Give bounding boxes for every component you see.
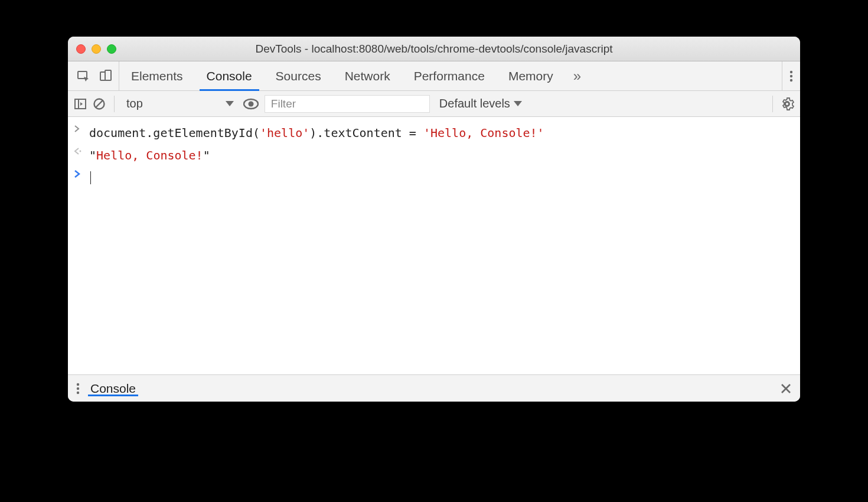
prompt-gutter-icon [74, 168, 89, 178]
window-title: DevTools - localhost:8080/web/tools/chro… [68, 43, 800, 56]
chevron-double-right-icon: » [573, 68, 581, 84]
levels-label: Default levels [439, 97, 510, 110]
console-input-row: document.getElementById('hello').textCon… [68, 122, 800, 144]
tab-elements[interactable]: Elements [119, 61, 195, 90]
svg-point-3 [790, 70, 792, 73]
console-settings-icon[interactable] [780, 97, 794, 111]
svg-line-9 [96, 100, 103, 107]
devtools-window: DevTools - localhost:8080/web/tools/chro… [68, 37, 800, 402]
tabs: Elements Console Sources Network Perform… [119, 61, 589, 90]
context-value: top [126, 97, 143, 110]
log-levels-select[interactable]: Default levels [436, 97, 526, 110]
tab-sources[interactable]: Sources [264, 61, 333, 90]
device-toolbar-icon[interactable] [99, 69, 113, 83]
close-window-button[interactable] [76, 44, 86, 54]
console-input-code: document.getElementById('hello').textCon… [89, 123, 544, 143]
tabs-overflow-button[interactable]: » [565, 61, 589, 90]
main-tabbar: Elements Console Sources Network Perform… [68, 61, 800, 91]
live-expression-icon[interactable] [243, 98, 259, 110]
svg-point-11 [248, 101, 253, 106]
kebab-menu-icon[interactable] [789, 69, 793, 83]
tab-performance[interactable]: Performance [402, 61, 497, 90]
output-gutter-icon [74, 145, 89, 155]
inspect-element-icon[interactable] [76, 69, 90, 83]
traffic-lights [76, 44, 116, 54]
console-toolbar: top Default levels [68, 91, 800, 117]
svg-point-15 [77, 387, 79, 389]
svg-point-14 [77, 383, 79, 385]
svg-rect-2 [105, 70, 111, 80]
drawer-kebab-menu-icon[interactable] [76, 382, 80, 396]
zoom-window-button[interactable] [107, 44, 116, 54]
console-sidebar-toggle-icon[interactable] [74, 97, 87, 110]
execution-context-select[interactable]: top [123, 97, 237, 110]
tab-memory[interactable]: Memory [497, 61, 565, 90]
input-gutter-icon [74, 123, 89, 132]
console-output-row: "Hello, Console!" [68, 144, 800, 167]
tabbar-left-tools [68, 61, 119, 90]
filter-input[interactable] [265, 95, 430, 113]
console-output-value: "Hello, Console!" [89, 145, 210, 165]
close-drawer-icon[interactable] [780, 383, 792, 395]
clear-console-icon[interactable] [93, 97, 106, 110]
text-cursor [90, 171, 91, 184]
tab-console[interactable]: Console [195, 61, 264, 90]
tabbar-right [782, 61, 800, 90]
console-prompt-row[interactable] [68, 167, 800, 189]
svg-point-4 [790, 74, 792, 77]
chevron-down-icon [514, 101, 522, 106]
svg-point-12 [785, 102, 789, 106]
separator [114, 96, 115, 112]
minimize-window-button[interactable] [92, 44, 101, 54]
chevron-down-icon [226, 101, 234, 106]
console-output[interactable]: document.getElementById('hello').textCon… [68, 117, 800, 374]
svg-point-13 [80, 151, 81, 152]
console-prompt-input[interactable] [89, 168, 91, 188]
drawer-tab-console[interactable]: Console [88, 382, 138, 396]
tab-network[interactable]: Network [333, 61, 402, 90]
drawer: Console [68, 374, 800, 402]
titlebar[interactable]: DevTools - localhost:8080/web/tools/chro… [68, 37, 800, 61]
svg-point-16 [77, 391, 79, 393]
separator [772, 96, 773, 112]
svg-point-5 [790, 79, 792, 81]
